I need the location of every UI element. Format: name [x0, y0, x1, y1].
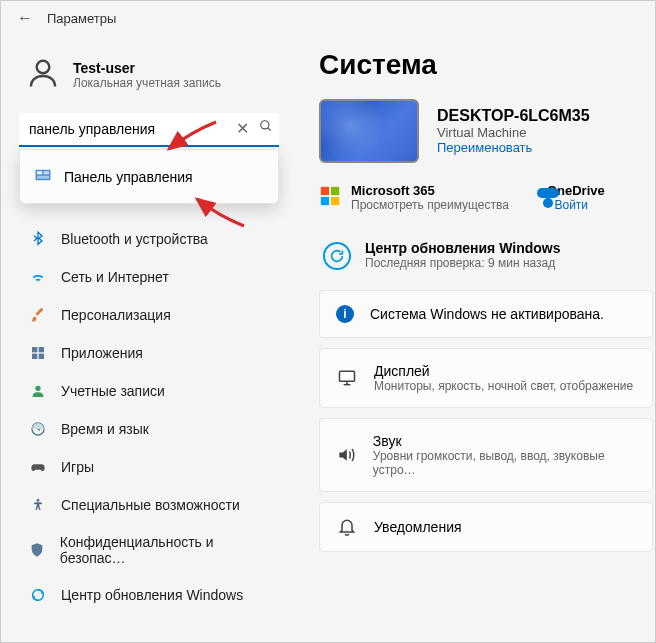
svg-rect-6	[37, 176, 49, 179]
rename-link[interactable]: Переименовать	[437, 140, 590, 155]
svg-line-2	[268, 128, 271, 131]
microsoft-365-block[interactable]: Microsoft 365 Просмотреть преимущества	[319, 183, 509, 212]
svg-rect-17	[321, 196, 329, 204]
sidebar-item-network[interactable]: Сеть и Интернет	[19, 258, 279, 296]
microsoft-365-icon	[319, 185, 341, 211]
search-icon[interactable]	[259, 119, 273, 138]
svg-rect-5	[44, 171, 49, 174]
onedrive-signin-link[interactable]: Войти	[547, 198, 605, 212]
sidebar-item-time[interactable]: Время и язык	[19, 410, 279, 448]
sidebar-item-accessibility[interactable]: Специальные возможности	[19, 486, 279, 524]
avatar-icon	[25, 55, 61, 95]
wifi-icon	[29, 268, 47, 286]
svg-rect-18	[331, 196, 339, 204]
sidebar-item-privacy[interactable]: Конфиденциальность и безопас…	[19, 524, 279, 576]
sidebar-item-personalization[interactable]: Персонализация	[19, 296, 279, 334]
svg-rect-8	[39, 347, 44, 352]
onedrive-block[interactable]: OneDrive Войти	[537, 183, 605, 212]
back-button[interactable]: ←	[17, 9, 33, 27]
activation-card[interactable]: i Система Windows не активирована.	[319, 290, 653, 338]
page-title: Система	[319, 49, 653, 81]
windows-update-block[interactable]: Центр обновления Windows Последняя прове…	[319, 238, 653, 272]
update-circle-icon	[323, 242, 351, 270]
svg-rect-15	[321, 186, 329, 194]
svg-rect-16	[331, 186, 339, 194]
device-thumbnail	[319, 99, 419, 163]
svg-point-11	[35, 386, 40, 391]
sidebar-item-bluetooth[interactable]: Bluetooth и устройства	[19, 220, 279, 258]
display-icon	[336, 368, 358, 388]
accessibility-icon	[29, 496, 47, 514]
bell-icon	[336, 517, 358, 537]
sidebar-item-update[interactable]: Центр обновления Windows	[19, 576, 279, 614]
user-name: Test-user	[73, 60, 221, 76]
device-type: Virtual Machine	[437, 125, 590, 140]
brush-icon	[29, 306, 47, 324]
user-subtitle: Локальная учетная запись	[73, 76, 221, 90]
svg-rect-4	[37, 171, 42, 174]
sidebar-item-apps[interactable]: Приложения	[19, 334, 279, 372]
svg-point-13	[37, 499, 40, 502]
accounts-icon	[29, 382, 47, 400]
window-title: Параметры	[47, 11, 116, 26]
sound-icon	[336, 445, 357, 465]
bluetooth-icon	[29, 230, 47, 248]
search-result-label: Панель управления	[64, 169, 193, 185]
clock-icon	[29, 420, 47, 438]
update-icon	[29, 586, 47, 604]
clear-icon[interactable]: ✕	[236, 119, 249, 138]
notifications-card[interactable]: Уведомления	[319, 502, 653, 552]
games-icon	[29, 458, 47, 476]
shield-icon	[29, 541, 46, 559]
user-profile[interactable]: Test-user Локальная учетная запись	[19, 45, 279, 113]
svg-rect-7	[32, 347, 37, 352]
svg-rect-9	[32, 354, 37, 359]
apps-icon	[29, 344, 47, 362]
svg-rect-19	[340, 371, 355, 381]
sidebar-item-accounts[interactable]: Учетные записи	[19, 372, 279, 410]
sound-card[interactable]: Звук Уровни громкости, вывод, ввод, звук…	[319, 418, 653, 492]
svg-rect-10	[39, 354, 44, 359]
svg-point-0	[37, 61, 50, 74]
display-card[interactable]: Дисплей Мониторы, яркость, ночной свет, …	[319, 348, 653, 408]
search-dropdown: Панель управления	[19, 149, 279, 204]
search-result-control-panel[interactable]: Панель управления	[24, 156, 274, 197]
sidebar-item-games[interactable]: Игры	[19, 448, 279, 486]
device-name: DESKTOP-6LC6M35	[437, 107, 590, 125]
svg-point-1	[261, 121, 269, 129]
info-icon: i	[336, 305, 354, 323]
control-panel-icon	[34, 166, 52, 187]
